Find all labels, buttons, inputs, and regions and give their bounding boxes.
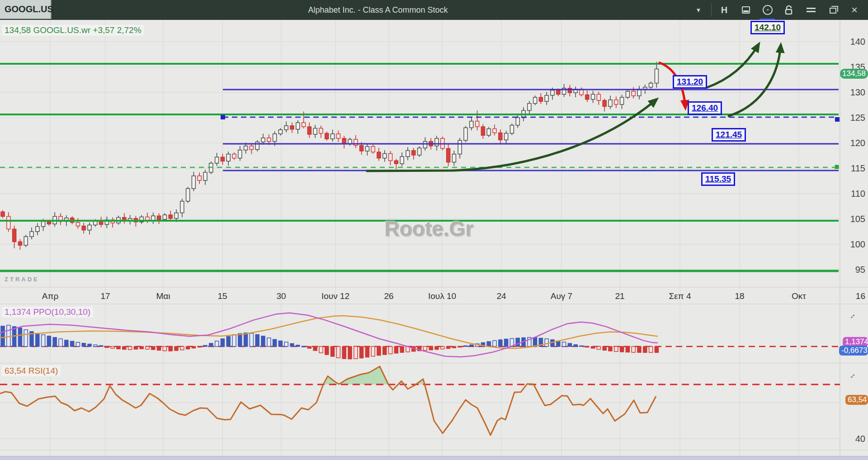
price-level-tag[interactable]: 126.40 (688, 101, 722, 115)
green-trend-arrow (366, 100, 656, 171)
candle (464, 128, 467, 140)
symbol-tab[interactable]: GOOGL.US (0, 0, 52, 19)
candle (307, 127, 311, 134)
ppo-histogram-bar (626, 346, 629, 352)
ppo-histogram-bar (336, 346, 340, 358)
candle (597, 94, 600, 100)
candle (551, 90, 554, 95)
candle (157, 216, 161, 219)
candle (545, 95, 548, 101)
candle (614, 100, 618, 104)
restore-window-button[interactable] (822, 0, 844, 20)
date-axis[interactable]: Απρ17Μαι1530Ιουν 1226Ιουλ 1024Αυγ 721Σεπ… (42, 291, 865, 301)
hamburger-menu-icon (807, 8, 816, 12)
menu-button[interactable] (800, 0, 822, 20)
ppo-histogram-bar (591, 346, 595, 348)
candle (487, 129, 491, 136)
ppo-histogram-bar (250, 333, 253, 346)
candle (169, 215, 172, 218)
candle (470, 121, 473, 128)
ppo-histogram-bar (614, 346, 618, 351)
candle (331, 134, 335, 139)
quotes-button[interactable]: ” (757, 0, 778, 20)
symbol-tab-label: GOOGL.US (5, 4, 53, 14)
candle (360, 146, 363, 151)
ppo-histogram-bar (123, 346, 126, 349)
candle (226, 154, 230, 161)
candle (232, 154, 236, 158)
help-button[interactable]: H (713, 0, 735, 20)
ppo-histogram-bar (649, 346, 653, 352)
candle (30, 232, 33, 237)
price-level-tag[interactable]: 115.35 (701, 172, 735, 186)
horizontal-scrollbar[interactable] (0, 456, 868, 460)
ppo-histogram-bar (117, 346, 120, 349)
price-tick-label: 125 (850, 113, 865, 123)
ppo-histogram-bar (134, 346, 137, 349)
date-tick-label: 16 (856, 291, 865, 301)
candle (423, 142, 427, 148)
date-tick-label: Ιουν 12 (321, 291, 349, 301)
ppo-histogram-bar (226, 337, 230, 346)
price-level-tag[interactable]: 121.45 (712, 128, 746, 142)
ppo-histogram-bar (348, 346, 352, 359)
ppo-histogram-bar (169, 346, 172, 351)
candle (261, 138, 265, 142)
line-end-marker (835, 117, 840, 122)
ppo-histogram-bar (128, 346, 132, 350)
ppo-histogram-bar (94, 345, 97, 346)
ppo-histogram-bar (533, 337, 537, 346)
candle (284, 126, 288, 130)
date-tick-label: 30 (276, 291, 286, 301)
price-tick-label: 105 (850, 214, 865, 224)
ppo-histogram-bar (1, 326, 5, 346)
ppo-histogram-bar (562, 342, 566, 346)
candle (278, 130, 282, 134)
candle (186, 189, 190, 201)
unlock-button[interactable] (778, 0, 800, 20)
ppo-histogram-bar (487, 341, 491, 346)
main-chart-legend: 134,58 GOOGL.US.wr +3,57 2,72% (2, 25, 144, 36)
ppo-histogram-bar (354, 346, 358, 359)
titlebar-separator (711, 3, 712, 17)
date-tick-label: Οκτ (792, 291, 806, 301)
active-tool-underline (760, 19, 775, 20)
price-level-tag[interactable]: 131.20 (673, 75, 707, 89)
candle (505, 133, 508, 140)
price-level-tag[interactable]: 142.10 (750, 21, 785, 34)
ppo-histogram-bar (244, 333, 248, 346)
dropdown-button[interactable]: ▼ (688, 0, 709, 20)
date-tick-label: Ιουλ 10 (428, 291, 456, 301)
price-tick-label: 120 (850, 138, 865, 148)
ppo-histogram-bar (105, 346, 108, 347)
line-end-marker (835, 165, 839, 169)
candle (389, 154, 392, 161)
panel-layout-button[interactable] (735, 0, 757, 20)
candle (250, 146, 253, 150)
candle (620, 97, 624, 104)
ppo-histogram-bar (383, 346, 387, 355)
candle (7, 216, 10, 229)
ppo-histogram-bar (447, 346, 450, 348)
ppo-histogram-bar (163, 346, 166, 351)
candle (499, 133, 502, 140)
candle (221, 157, 224, 161)
candle (481, 127, 485, 135)
ppo-histogram-bar (7, 325, 10, 346)
panel-icon (742, 6, 750, 14)
close-window-button[interactable]: × (844, 0, 865, 20)
date-tick-label: 17 (100, 291, 110, 301)
ppo-histogram-bar (267, 338, 271, 346)
price-tick-label: 130 (850, 87, 865, 97)
candle (238, 150, 242, 158)
ppo-histogram-bar (643, 346, 647, 352)
ppo-histogram-bar (198, 346, 201, 347)
restore-icon (830, 8, 836, 14)
ppo-histogram-badge: -0,6673 (839, 346, 868, 356)
candle (175, 213, 178, 218)
candle (452, 154, 456, 162)
ppo-histogram-bar (597, 346, 600, 349)
date-tick-label: Αυγ 7 (551, 291, 572, 301)
ppo-panel (0, 313, 840, 359)
date-tick-label: Απρ (42, 291, 59, 301)
